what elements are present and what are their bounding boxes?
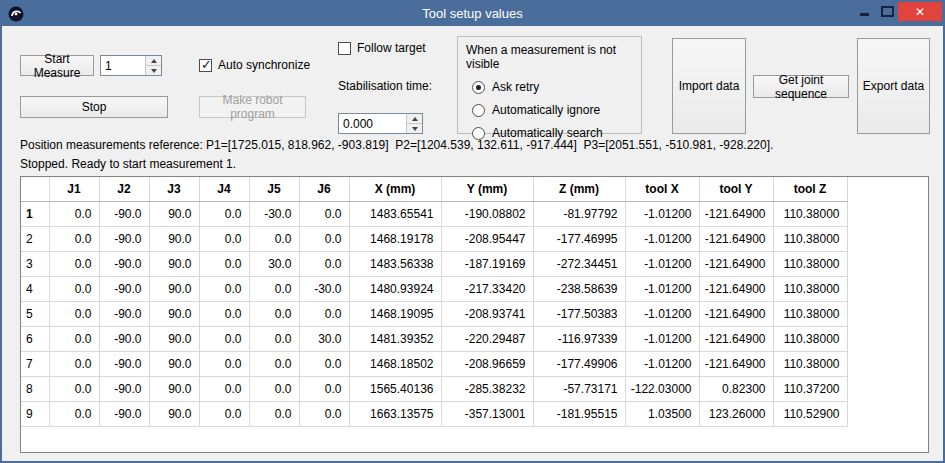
cell[interactable]: 0.0: [299, 201, 349, 226]
radio-automatically-ignore[interactable]: Automatically ignore: [472, 103, 641, 117]
spin-up-button[interactable]: [146, 56, 161, 66]
cell[interactable]: 0.0: [199, 401, 249, 426]
radio-ask-retry[interactable]: Ask retry: [472, 80, 641, 94]
follow-target-checkbox[interactable]: Follow target: [338, 41, 426, 55]
cell[interactable]: -90.0: [99, 376, 149, 401]
cell[interactable]: -187.19169: [441, 251, 533, 276]
cell[interactable]: -90.0: [99, 301, 149, 326]
column-header[interactable]: Y (mm): [441, 177, 533, 201]
row-header[interactable]: 2: [21, 226, 49, 251]
cell[interactable]: -357.13001: [441, 401, 533, 426]
cell[interactable]: -272.34451: [533, 251, 625, 276]
cell[interactable]: -1.01200: [625, 201, 699, 226]
cell[interactable]: 0.0: [199, 226, 249, 251]
cell[interactable]: 0.0: [249, 276, 299, 301]
cell[interactable]: 0.0: [249, 326, 299, 351]
cell[interactable]: 0.0: [249, 226, 299, 251]
cell[interactable]: 123.26000: [699, 401, 773, 426]
cell[interactable]: -220.29487: [441, 326, 533, 351]
table-corner-cell[interactable]: [21, 177, 49, 201]
cell[interactable]: -90.0: [99, 351, 149, 376]
cell[interactable]: -90.0: [99, 251, 149, 276]
cell[interactable]: -1.01200: [625, 351, 699, 376]
stabilisation-time-input[interactable]: [339, 114, 406, 133]
minimize-button[interactable]: [855, 2, 873, 20]
cell[interactable]: 0.0: [249, 301, 299, 326]
cell[interactable]: 0.0: [299, 301, 349, 326]
cell[interactable]: 90.0: [149, 401, 199, 426]
cell[interactable]: 0.0: [49, 351, 99, 376]
row-header[interactable]: 4: [21, 276, 49, 301]
cell[interactable]: 0.0: [199, 201, 249, 226]
row-header[interactable]: 1: [21, 201, 49, 226]
cell[interactable]: -90.0: [99, 401, 149, 426]
cell[interactable]: 90.0: [149, 351, 199, 376]
column-header[interactable]: J1: [49, 177, 99, 201]
cell[interactable]: 110.37200: [773, 376, 847, 401]
cell[interactable]: 90.0: [149, 326, 199, 351]
cell[interactable]: -238.58639: [533, 276, 625, 301]
row-header[interactable]: 5: [21, 301, 49, 326]
cell[interactable]: 0.0: [49, 251, 99, 276]
column-header[interactable]: J4: [199, 177, 249, 201]
cell[interactable]: 0.82300: [699, 376, 773, 401]
cell[interactable]: -1.01200: [625, 326, 699, 351]
cell[interactable]: 110.38000: [773, 326, 847, 351]
cell[interactable]: 0.0: [249, 376, 299, 401]
cell[interactable]: 110.38000: [773, 276, 847, 301]
cell[interactable]: -90.0: [99, 201, 149, 226]
cell[interactable]: -90.0: [99, 326, 149, 351]
column-header[interactable]: Z (mm): [533, 177, 625, 201]
cell[interactable]: 0.0: [199, 376, 249, 401]
column-header[interactable]: J2: [99, 177, 149, 201]
cell[interactable]: 1468.19178: [349, 226, 441, 251]
column-header[interactable]: J5: [249, 177, 299, 201]
cell[interactable]: 1663.13575: [349, 401, 441, 426]
cell[interactable]: -208.96659: [441, 351, 533, 376]
spin-down-button[interactable]: [146, 66, 161, 75]
cell[interactable]: 0.0: [299, 401, 349, 426]
cell[interactable]: 1468.19095: [349, 301, 441, 326]
cell[interactable]: -121.64900: [699, 201, 773, 226]
cell[interactable]: 110.38000: [773, 251, 847, 276]
column-header[interactable]: tool Z: [773, 177, 847, 201]
cell[interactable]: 0.0: [199, 301, 249, 326]
cell[interactable]: 0.0: [199, 276, 249, 301]
cell[interactable]: 1483.56338: [349, 251, 441, 276]
cell[interactable]: -116.97339: [533, 326, 625, 351]
cell[interactable]: 0.0: [49, 201, 99, 226]
cell[interactable]: -177.46995: [533, 226, 625, 251]
cell[interactable]: 90.0: [149, 251, 199, 276]
cell[interactable]: 0.0: [199, 251, 249, 276]
cell[interactable]: -121.64900: [699, 351, 773, 376]
cell[interactable]: 0.0: [299, 351, 349, 376]
cell[interactable]: 30.0: [249, 251, 299, 276]
cell[interactable]: -208.93741: [441, 301, 533, 326]
cell[interactable]: 0.0: [49, 301, 99, 326]
cell[interactable]: -90.0: [99, 226, 149, 251]
row-header[interactable]: 3: [21, 251, 49, 276]
cell[interactable]: 110.38000: [773, 226, 847, 251]
export-data-button[interactable]: Export data: [857, 38, 930, 134]
maximize-button[interactable]: [878, 2, 896, 20]
cell[interactable]: 0.0: [199, 326, 249, 351]
row-header[interactable]: 9: [21, 401, 49, 426]
cell[interactable]: -1.01200: [625, 226, 699, 251]
cell[interactable]: -90.0: [99, 276, 149, 301]
cell[interactable]: -121.64900: [699, 226, 773, 251]
cell[interactable]: 0.0: [199, 351, 249, 376]
cell[interactable]: 0.0: [49, 326, 99, 351]
cell[interactable]: 0.0: [299, 376, 349, 401]
make-robot-program-button[interactable]: Make robot program: [199, 96, 306, 118]
row-header[interactable]: 8: [21, 376, 49, 401]
cell[interactable]: 0.0: [49, 276, 99, 301]
cell[interactable]: 0.0: [299, 226, 349, 251]
cell[interactable]: 0.0: [299, 251, 349, 276]
cell[interactable]: 0.0: [249, 351, 299, 376]
cell[interactable]: 30.0: [299, 326, 349, 351]
cell[interactable]: -81.97792: [533, 201, 625, 226]
cell[interactable]: -217.33420: [441, 276, 533, 301]
cell[interactable]: -121.64900: [699, 326, 773, 351]
cell[interactable]: 0.0: [49, 226, 99, 251]
spin-up-button[interactable]: [407, 114, 422, 124]
